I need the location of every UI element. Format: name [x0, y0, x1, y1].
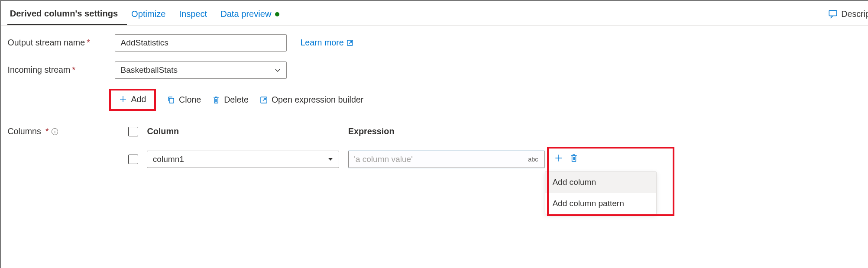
output-stream-row: Output stream name* AddStatistics Learn …: [7, 34, 868, 51]
incoming-stream-select[interactable]: BasketballStats: [115, 61, 287, 78]
learn-more-label: Learn more: [300, 38, 343, 48]
tab-optimize[interactable]: Optimize: [129, 3, 175, 25]
tab-settings-label: Derived column's settings: [10, 9, 118, 19]
row-delete-button[interactable]: [569, 153, 579, 163]
delete-button[interactable]: Delete: [212, 95, 249, 105]
trash-icon: [212, 96, 220, 104]
chevron-down-icon: [274, 67, 281, 74]
output-stream-value: AddStatistics: [121, 38, 168, 48]
row-actions: [554, 153, 579, 163]
add-button[interactable]: Add: [119, 94, 146, 104]
clone-button[interactable]: Clone: [167, 95, 201, 105]
description-label: Description: [841, 9, 868, 19]
plus-icon: [119, 95, 127, 103]
status-dot-icon: [275, 12, 279, 16]
output-stream-input[interactable]: AddStatistics: [115, 34, 287, 51]
svg-rect-0: [829, 11, 837, 16]
open-icon: [259, 96, 268, 104]
tab-data-preview[interactable]: Data preview: [218, 3, 288, 25]
svg-rect-2: [169, 98, 174, 103]
comment-icon: [828, 9, 838, 19]
column-name-select[interactable]: column1: [147, 151, 339, 168]
tabs-bar: Derived column's settings Optimize Inspe…: [1, 1, 868, 26]
open-expression-builder-label: Open expression builder: [272, 95, 363, 105]
menu-add-column[interactable]: Add column: [545, 172, 656, 193]
type-chip: abc: [526, 155, 540, 163]
clone-label: Clone: [179, 95, 201, 105]
required-asterisk: *: [45, 126, 49, 136]
expression-input[interactable]: 'a column value' abc: [348, 151, 545, 168]
incoming-stream-value: BasketballStats: [121, 65, 178, 75]
tab-optimize-label: Optimize: [131, 9, 165, 19]
menu-add-column-pattern[interactable]: Add column pattern: [545, 193, 656, 214]
expression-placeholder: 'a column value': [354, 155, 413, 164]
learn-more-link[interactable]: Learn more: [300, 38, 353, 48]
row-actions-wrap: Add column Add column pattern: [545, 153, 579, 165]
caret-down-icon: [327, 156, 334, 162]
tab-settings[interactable]: Derived column's settings: [7, 3, 126, 26]
tab-inspect[interactable]: Inspect: [177, 3, 216, 25]
required-asterisk: *: [72, 65, 75, 74]
required-asterisk: *: [87, 38, 90, 47]
tab-data-preview-label: Data preview: [220, 9, 271, 19]
info-icon[interactable]: i: [52, 128, 58, 135]
select-all-checkbox[interactable]: [128, 127, 138, 137]
columns-header-row: Columns* i Column Expression: [7, 122, 868, 144]
clone-icon: [167, 96, 175, 104]
external-link-icon: [347, 39, 353, 46]
row-add-button[interactable]: [554, 153, 564, 163]
delete-label: Delete: [224, 95, 249, 105]
description-button[interactable]: Description: [828, 9, 868, 19]
expression-header: Expression: [348, 126, 395, 136]
tab-inspect-label: Inspect: [179, 9, 207, 19]
columns-field-label: Columns* i: [7, 126, 128, 136]
add-label: Add: [131, 94, 146, 104]
content-area: Output stream name* AddStatistics Learn …: [1, 26, 868, 168]
columns-section: Columns* i Column Expression column1 'a …: [7, 122, 868, 168]
highlight-add-button: Add: [109, 89, 156, 111]
column-row: column1 'a column value' abc: [7, 144, 868, 168]
incoming-stream-label: Incoming stream*: [7, 65, 115, 75]
columns-toolbar: Add Clone Delete Open expression builder: [117, 89, 868, 111]
open-expression-builder-button[interactable]: Open expression builder: [259, 95, 364, 105]
incoming-stream-row: Incoming stream* BasketballStats: [7, 61, 868, 78]
column-header: Column: [147, 126, 348, 136]
column-name-value: column1: [153, 155, 184, 164]
add-dropdown-menu: Add column Add column pattern: [545, 171, 657, 215]
output-stream-label: Output stream name*: [7, 38, 115, 48]
row-checkbox[interactable]: [128, 155, 138, 165]
